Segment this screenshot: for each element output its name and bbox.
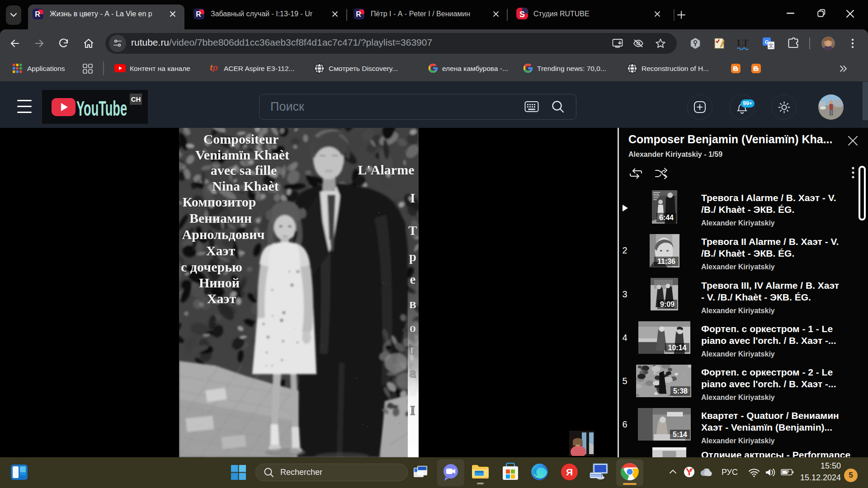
svg-text:L'Alarme: L'Alarme [358,162,415,177]
svg-text:R: R [35,10,40,18]
svg-text:R: R [356,10,361,18]
svg-text:R: R [196,10,201,18]
svg-text:Nina Khaèt: Nina Khaèt [212,178,279,193]
svg-text:S: S [519,9,525,19]
svg-text:е: е [410,272,416,286]
svg-text:YouTube: YouTube [76,96,127,119]
svg-text:Хаэт: Хаэт [206,243,236,258]
svg-text:Я: Я [566,467,573,477]
svg-text:г: г [410,342,415,357]
svg-text:I: I [410,403,415,418]
svg-text:Ниной: Ниной [199,275,240,290]
svg-text:文: 文 [769,43,774,48]
svg-text:в: в [409,296,416,311]
svg-text:Compositeur: Compositeur [203,131,279,146]
svg-text:р: р [409,249,416,264]
svg-text:а: а [410,366,416,380]
svg-text:I: I [410,191,415,205]
svg-text:о: о [410,320,416,335]
svg-text:Композитор: Композитор [183,194,256,209]
svg-text:Арнольдович: Арнольдович [182,227,265,242]
svg-text:Хаэт: Хаэт [207,291,236,306]
svg-text:с дочерью: с дочерью [181,259,242,274]
svg-text:avec sa fille: avec sa fille [211,163,277,178]
svg-text:Veniamïn Khaèt: Veniamïn Khaèt [195,147,289,162]
svg-text:Вениамин: Вениамин [189,211,252,225]
svg-text:Т: Т [408,223,417,238]
